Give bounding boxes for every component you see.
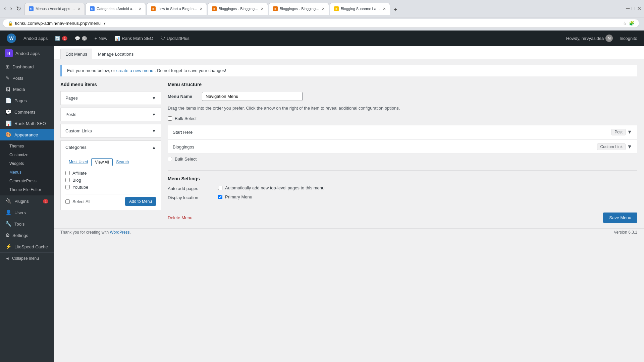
tab-menus[interactable]: M Menus ‹ Andoid apps — W… × <box>24 3 85 15</box>
extensions-icon[interactable]: 🧩 <box>629 21 634 26</box>
comments-button[interactable]: 💬 0 <box>71 31 91 46</box>
sidebar-item-generatepress[interactable]: GeneratePress <box>0 177 54 185</box>
footer-actions: Delete Menu Save Menu <box>168 207 637 223</box>
category-blog[interactable]: Blog <box>65 177 156 184</box>
tab-edit-menus[interactable]: Edit Menus <box>60 49 92 59</box>
tab-supreme[interactable]: B Blogging Supreme Launc… × <box>330 3 390 15</box>
wordpress-link[interactable]: WordPress <box>110 230 129 235</box>
new-tab-button[interactable]: + <box>391 5 400 15</box>
back-button[interactable]: ‹ <box>3 4 7 13</box>
tab-close-button[interactable]: × <box>261 6 264 11</box>
select-all-checkbox[interactable] <box>65 199 70 204</box>
bulk-select-checkbox-top[interactable] <box>168 116 172 121</box>
sidebar-item-rank-math[interactable]: 📊 Rank Math SEO <box>0 118 54 129</box>
menu-item-expand-arrow[interactable]: ▼ <box>627 144 632 150</box>
sidebar-item-themes[interactable]: Themes <box>0 142 54 150</box>
sidebar-hostinger[interactable]: H Andoid apps <box>0 46 54 61</box>
search-tab[interactable]: Search <box>113 158 132 166</box>
left-panel: Add menu items Pages ▼ Posts ▼ <box>60 82 161 223</box>
save-menu-button[interactable]: Save Menu <box>603 213 637 223</box>
sidebar-item-appearance[interactable]: 🎨 Appearance <box>0 129 54 140</box>
forward-button[interactable]: › <box>9 4 13 13</box>
bookmark-icon[interactable]: ☆ <box>623 21 627 26</box>
custom-links-accordion-header[interactable]: Custom Links ▼ <box>61 124 161 137</box>
youtube-checkbox[interactable] <box>65 185 70 189</box>
browser-tabs: M Menus ‹ Andoid apps — W… × M Categorie… <box>24 3 621 15</box>
comments-icon: 💬 <box>5 109 12 115</box>
reload-button[interactable]: ↻ <box>15 4 22 14</box>
tab-bloggingos2[interactable]: B Bloggingos - Blogging,SEC… × <box>269 3 329 15</box>
updates-icon: 🔄 <box>55 36 60 41</box>
categories-accordion-header[interactable]: Categories ▲ <box>61 141 161 154</box>
sidebar-item-pages[interactable]: 📄 Pages <box>0 95 54 106</box>
sidebar-item-label: Appearance <box>14 132 38 137</box>
user-button[interactable]: Howdy, mrvyasidea M <box>563 31 616 46</box>
blog-checkbox[interactable] <box>65 178 70 182</box>
tab-bloggingos1[interactable]: B Bloggingos - Blogging,SEC… × <box>208 3 268 15</box>
view-all-tab[interactable]: View All <box>91 158 113 166</box>
page-header: Edit Menus Manage Locations <box>54 46 644 59</box>
menu-settings: Menu Settings Auto add pages Automatical… <box>168 170 637 200</box>
category-affiliate[interactable]: Affiliate <box>65 170 156 177</box>
sidebar-item-posts[interactable]: ✎ Posts <box>0 72 54 84</box>
updraftplus-label: UpdraftPlus <box>167 36 190 41</box>
create-new-menu-link[interactable]: create a new menu <box>116 68 154 73</box>
address-bar[interactable]: 🔒 tichku.com/wp-admin/nav-menus.php?menu… <box>3 19 639 28</box>
tab-close-button[interactable]: × <box>78 6 80 11</box>
site-name-button[interactable]: Andoid apps <box>20 31 51 46</box>
category-youtube[interactable]: Youtube <box>65 184 156 191</box>
tab-close-button[interactable]: × <box>200 6 203 11</box>
pages-accordion-header[interactable]: Pages ▼ <box>61 92 161 105</box>
sidebar-item-plugins[interactable]: 🔌 Plugins 1 <box>0 195 54 207</box>
new-button[interactable]: + New <box>91 31 111 46</box>
tab-manage-locations[interactable]: Manage Locations <box>93 49 139 59</box>
menu-item-start-here[interactable]: Start Here Post ▼ <box>168 125 637 139</box>
bulk-select-checkbox-bottom[interactable] <box>168 157 172 161</box>
sidebar-item-comments[interactable]: 💬 Comments <box>0 106 54 118</box>
menu-name-input[interactable] <box>202 92 303 101</box>
sidebar-item-tools[interactable]: 🔧 Tools <box>0 218 54 230</box>
tab-close-button[interactable]: × <box>139 6 142 11</box>
select-all-item[interactable]: Select All <box>65 198 90 205</box>
posts-accordion-label: Posts <box>65 112 76 117</box>
menu-item-bloggingos[interactable]: Bloggingos Custom Link ▼ <box>168 140 637 154</box>
sidebar-item-customize[interactable]: Customize <box>0 150 54 159</box>
sidebar-item-settings[interactable]: ⚙ Settings <box>0 230 54 241</box>
tab-close-button[interactable]: × <box>383 6 386 11</box>
collapse-icon: ◄ <box>5 256 9 261</box>
delete-menu-link[interactable]: Delete Menu <box>168 215 193 220</box>
posts-accordion-header[interactable]: Posts ▼ <box>61 108 161 121</box>
affiliate-checkbox[interactable] <box>65 171 70 175</box>
sidebar-item-litespeed[interactable]: ⚡ LiteSpeed Cache <box>0 241 54 252</box>
primary-menu-text: Primary Menu <box>225 194 252 199</box>
sidebar-item-media[interactable]: 🖼 Media <box>0 84 54 95</box>
sidebar-item-dashboard[interactable]: ⊞ Dashboard <box>0 61 54 72</box>
menu-item-expand-arrow[interactable]: ▼ <box>627 129 632 135</box>
affiliate-label: Affiliate <box>72 171 87 176</box>
appearance-icon: 🎨 <box>5 132 12 138</box>
wp-logo-button[interactable]: W <box>3 31 19 46</box>
tab-close-button[interactable]: × <box>322 6 325 11</box>
sidebar-item-widgets[interactable]: Widgets <box>0 159 54 168</box>
collapse-menu-button[interactable]: ◄ Collapse menu <box>0 252 54 264</box>
tab-label: Blogging Supreme Launc… <box>341 7 381 11</box>
menu-item-type: Post ▼ <box>611 129 632 135</box>
tab-categories[interactable]: M Categories ‹ Andoid apps × <box>86 3 146 15</box>
categories-accordion-body: Most Used View All Search Affiliate Blog <box>61 154 161 210</box>
sidebar-item-users[interactable]: 👤 Users <box>0 207 54 218</box>
incognito-badge[interactable]: Incognito <box>616 31 641 46</box>
most-used-tab[interactable]: Most Used <box>65 158 91 166</box>
minimize-button[interactable]: ─ <box>626 5 630 12</box>
maximize-button[interactable]: □ <box>632 5 635 12</box>
close-window-button[interactable]: ✕ <box>637 5 641 12</box>
add-to-menu-button[interactable]: Add to Menu <box>125 197 156 206</box>
bulk-select-label-top: Bulk Select <box>175 116 197 121</box>
sidebar-item-menus[interactable]: Menus <box>0 168 54 177</box>
primary-menu-checkbox[interactable] <box>218 195 222 199</box>
rank-math-button[interactable]: 📊 Rank Math SEO <box>111 31 157 46</box>
auto-add-pages-checkbox[interactable] <box>218 186 222 190</box>
updates-button[interactable]: 🔄 1 <box>52 31 71 46</box>
updraftplus-button[interactable]: 🛡 UpdraftPlus <box>157 31 193 46</box>
tab-blog[interactable]: B How to Start a Blog In 202… × <box>147 3 207 15</box>
sidebar-item-theme-file-editor[interactable]: Theme File Editor <box>0 185 54 194</box>
